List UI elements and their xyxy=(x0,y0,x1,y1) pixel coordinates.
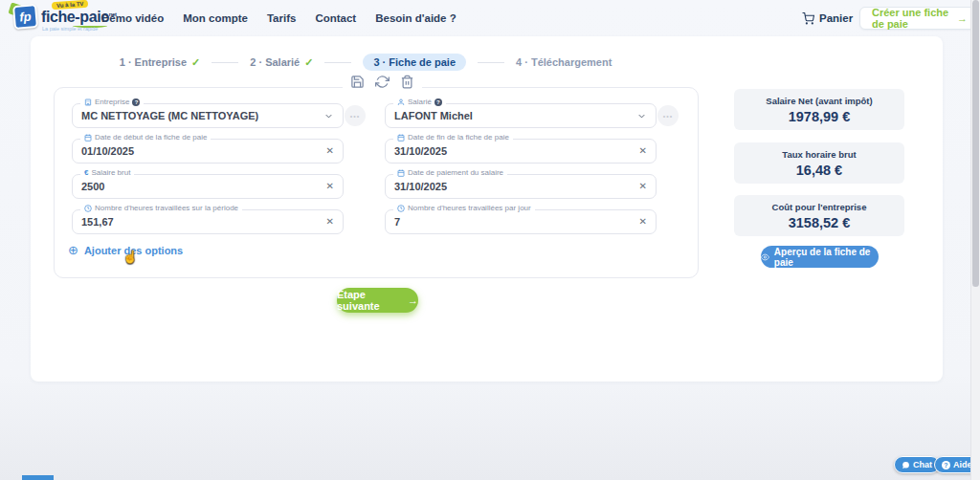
clear-icon[interactable]: ✕ xyxy=(326,217,334,227)
payslip-form: Entreprise ? MC NETTOYAGE (MC NETTOYAGE)… xyxy=(54,87,699,278)
stat-value: 1978,99 € xyxy=(789,109,851,124)
main-menu: Démo vidéo Mon compte Tarifs Contact Bes… xyxy=(101,0,457,36)
label-text: Salaire brut xyxy=(91,169,130,177)
stat-value: 16,48 € xyxy=(796,163,842,178)
clear-icon[interactable]: ✕ xyxy=(639,182,647,191)
salarie-label: Salarié ? xyxy=(393,98,446,106)
menu-item-besoin-aide[interactable]: Besoin d'aide ? xyxy=(375,12,457,24)
clock-icon xyxy=(397,205,405,212)
euro-icon: € xyxy=(84,169,88,177)
stat-label: Coût pour l'entreprise xyxy=(772,202,867,212)
chat-button[interactable]: Chat xyxy=(894,456,940,473)
stat-label: Taux horaire brut xyxy=(782,149,856,160)
calendar-icon xyxy=(397,134,405,142)
question-icon: ? xyxy=(942,461,950,469)
step-salarie[interactable]: 2 · Salarié✓ xyxy=(250,56,313,69)
stat-salaire-net: Salaire Net (avant impôt) 1978,99 € xyxy=(734,89,904,130)
clear-icon[interactable]: ✕ xyxy=(326,146,334,156)
clock-icon xyxy=(84,205,92,212)
progress-stepper: 1 · Entreprise✓ 2 · Salarié✓ 3 · Fiche d… xyxy=(31,54,701,71)
next-step-button[interactable]: Étape suivante → xyxy=(337,288,418,313)
check-icon: ✓ xyxy=(304,56,313,69)
building-icon xyxy=(84,98,92,106)
cookie-banner-edge xyxy=(22,475,54,480)
heures-periode-input[interactable]: Nombre d'heures travaillées sur la pério… xyxy=(72,209,344,234)
check-icon: ✓ xyxy=(191,56,200,69)
arrow-right-icon: → xyxy=(957,12,968,24)
clear-icon[interactable]: ✕ xyxy=(639,146,647,156)
date-debut-value: 01/10/2025 xyxy=(81,145,134,157)
date-debut-label: Date de début de la fiche de paie xyxy=(80,134,211,142)
preview-label: Aperçu de la fiche de paie xyxy=(774,247,879,268)
menu-item-mon-compte[interactable]: Mon compte xyxy=(183,12,248,24)
info-icon[interactable]: ? xyxy=(434,98,442,106)
help-label: Aide xyxy=(953,460,972,469)
step-entreprise[interactable]: 1 · Entreprise✓ xyxy=(120,56,201,69)
salaire-brut-input[interactable]: € Salaire brut 2500 ✕ xyxy=(72,174,344,199)
logo-fp-icon: fp xyxy=(12,4,38,30)
chevron-down-icon[interactable] xyxy=(636,111,647,121)
stat-label: Salaire Net (avant impôt) xyxy=(766,96,872,106)
label-text: Nombre d'heures travaillées par jour xyxy=(408,205,531,212)
refresh-button[interactable] xyxy=(375,75,390,89)
clear-icon[interactable]: ✕ xyxy=(639,217,647,227)
entreprise-more-button[interactable]: ••• xyxy=(345,105,366,126)
heures-periode-label: Nombre d'heures travaillées sur la pério… xyxy=(80,205,242,212)
scrollbar-track[interactable] xyxy=(970,0,980,480)
top-navbar: fp fiche-paienet Vu à la TV La paie simp… xyxy=(0,0,980,36)
cart-label: Panier xyxy=(819,12,853,24)
refresh-icon xyxy=(375,75,390,89)
arrow-right-icon: → xyxy=(408,295,418,306)
label-text: Nombre d'heures travaillées sur la pério… xyxy=(95,205,238,212)
stat-cout-entreprise: Coût pour l'entreprise 3158,52 € xyxy=(734,195,904,236)
delete-button[interactable] xyxy=(400,75,414,89)
salaire-brut-value: 2500 xyxy=(81,181,104,192)
chat-label: Chat xyxy=(913,460,932,469)
date-fin-input[interactable]: Date de fin de la fiche de paie 31/10/20… xyxy=(385,139,657,164)
entreprise-select[interactable]: Entreprise ? MC NETTOYAGE (MC NETTOYAGE) xyxy=(72,103,344,128)
step-label: 2 · Salarié xyxy=(250,56,300,68)
cart-button[interactable]: Panier xyxy=(802,0,853,36)
stat-taux-horaire: Taux horaire brut 16,48 € xyxy=(734,142,904,184)
step-label: 4 · Téléchargement xyxy=(516,56,612,68)
step-telechargement[interactable]: 4 · Téléchargement xyxy=(516,56,612,68)
mouse-cursor: ☝ xyxy=(122,250,138,264)
label-text: Salarié xyxy=(408,98,432,106)
calendar-icon xyxy=(397,169,405,177)
eye-icon xyxy=(761,252,769,262)
label-text: Entreprise xyxy=(95,98,129,106)
step-separator xyxy=(478,62,504,63)
menu-item-demo-video[interactable]: Démo vidéo xyxy=(101,12,164,24)
menu-item-tarifs[interactable]: Tarifs xyxy=(267,12,296,24)
chevron-down-icon[interactable] xyxy=(323,111,334,121)
step-label: 3 · Fiche de paie xyxy=(373,56,456,68)
entreprise-value: MC NETTOYAGE (MC NETTOYAGE) xyxy=(81,110,258,121)
entreprise-label: Entreprise ? xyxy=(80,98,144,106)
logo-text: fiche-paie xyxy=(41,9,109,25)
salarie-select[interactable]: Salarié ? LAFONT Michel xyxy=(385,103,657,128)
preview-payslip-button[interactable]: Aperçu de la fiche de paie xyxy=(761,246,879,268)
scrollbar-thumb[interactable] xyxy=(972,0,979,287)
create-payslip-button[interactable]: Créer une fiche de paie → xyxy=(859,7,980,30)
step-label: 1 · Entreprise xyxy=(120,56,187,68)
calendar-icon xyxy=(84,134,92,142)
heures-jour-label: Nombre d'heures travaillées par jour xyxy=(393,205,535,212)
salarie-more-button[interactable]: ••• xyxy=(657,105,679,126)
save-icon xyxy=(350,75,365,89)
step-separator xyxy=(324,62,351,63)
clear-icon[interactable]: ✕ xyxy=(326,182,334,191)
step-fiche-de-paie[interactable]: 3 · Fiche de paie xyxy=(363,54,466,71)
next-step-label: Étape suivante xyxy=(337,289,403,312)
label-text: Date de paiement du salaire xyxy=(408,169,503,177)
save-button[interactable] xyxy=(350,75,365,89)
salarie-value: LAFONT Michel xyxy=(394,110,473,121)
date-debut-input[interactable]: Date de début de la fiche de paie 01/10/… xyxy=(72,139,344,164)
salaire-brut-label: € Salaire brut xyxy=(80,169,134,177)
heures-jour-input[interactable]: Nombre d'heures travaillées par jour 7 ✕ xyxy=(385,209,657,234)
menu-item-contact[interactable]: Contact xyxy=(315,12,356,24)
date-paiement-input[interactable]: Date de paiement du salaire 31/10/2025 ✕ xyxy=(385,174,657,199)
label-text: Date de début de la fiche de paie xyxy=(95,134,207,142)
create-payslip-label: Créer une fiche de paie xyxy=(872,7,951,30)
plus-circle-icon: ⊕ xyxy=(68,244,78,256)
info-icon[interactable]: ? xyxy=(132,98,140,106)
